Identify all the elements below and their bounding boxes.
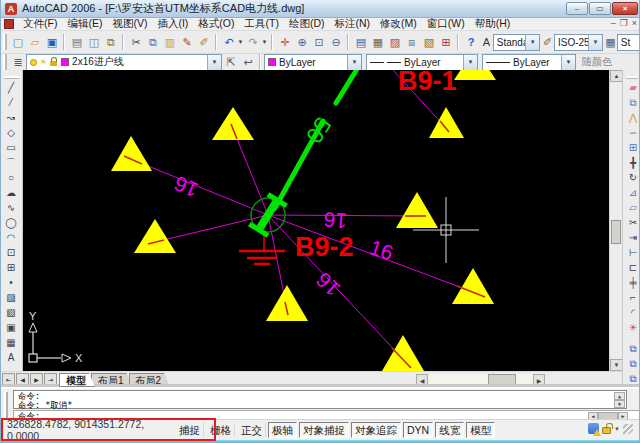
publish-icon[interactable]: ⧉ (103, 34, 119, 51)
communication-center-icon[interactable] (588, 423, 599, 434)
lineweight-combo[interactable]: ByLayer ▼ (482, 54, 576, 71)
copy-clip-icon[interactable]: ⧉ (145, 34, 161, 51)
chevron-down-icon[interactable]: ▼ (525, 35, 539, 50)
make-block-icon[interactable]: ⊞ (2, 260, 20, 275)
region-icon[interactable]: ▣ (2, 320, 20, 335)
cut-icon[interactable]: ✂ (128, 34, 144, 51)
chevron-down-icon[interactable]: ▼ (614, 426, 620, 432)
layer-on-icon[interactable] (30, 59, 37, 66)
canvas-horizontal-scrollbar[interactable]: ◀ ▶ (416, 374, 545, 386)
menu-item-文件[interactable]: 文件(F) (18, 17, 62, 31)
pole-label-b9-1[interactable]: B9-1 (398, 70, 457, 96)
scroll-left-icon[interactable]: ◀ (416, 374, 428, 386)
layer-color-swatch[interactable] (61, 58, 69, 66)
toolbar-grip[interactable] (3, 54, 7, 70)
arc-icon[interactable]: ⌒ (2, 155, 20, 170)
markup-set-manager-icon[interactable]: ▧ (421, 34, 437, 51)
horizontal-scroll-thumb[interactable] (488, 374, 516, 386)
new-icon[interactable]: ▢ (10, 34, 26, 51)
sheet-set-manager-icon[interactable]: ⧈ (404, 34, 420, 51)
ellipse-icon[interactable]: ◯ (2, 215, 20, 230)
wire-size-label[interactable]: 16 (323, 208, 348, 233)
properties-icon[interactable]: ▤ (353, 34, 369, 51)
close-button[interactable]: × (612, 2, 638, 15)
scroll-down-icon[interactable]: ▼ (614, 400, 625, 408)
status-toggle-栅格[interactable]: 栅格 (206, 422, 235, 438)
tab-布局1[interactable]: 布局1 (91, 373, 133, 387)
layer-thaw-icon[interactable]: ☀ (39, 59, 47, 66)
join-icon[interactable]: ╪ (624, 275, 640, 290)
layer-properties-manager-icon[interactable]: ≣ (10, 54, 26, 71)
text-style-icon[interactable]: A (480, 34, 493, 51)
toolbar-grip[interactable] (4, 72, 19, 78)
paste-icon[interactable]: ▥ (162, 34, 178, 51)
linetype-combo[interactable]: ByLayer ▼ (366, 54, 478, 71)
zoom-window-icon[interactable]: ⊡ (311, 34, 327, 51)
extend-icon[interactable]: ⇥ (624, 230, 640, 245)
triangle-marker[interactable] (454, 70, 496, 80)
layer-previous-icon[interactable]: ↩ (240, 54, 256, 71)
status-toggle-DYN[interactable]: DYN (403, 422, 433, 438)
redo-icon[interactable]: ↷ (245, 34, 261, 51)
status-toggle-正交[interactable]: 正交 (237, 422, 266, 438)
hatch-icon[interactable]: ▨ (2, 290, 20, 305)
undo-icon[interactable]: ↶ (221, 34, 237, 51)
status-toggle-对象捕捉[interactable]: 对象捕捉 (299, 422, 349, 438)
mdi-document-icon[interactable] (4, 19, 14, 29)
array-icon[interactable]: ⊞ (624, 140, 640, 155)
table-icon[interactable]: ▦ (2, 335, 20, 350)
vertical-scroll-thumb[interactable] (611, 220, 621, 244)
ellipse-arc-icon[interactable]: ◠ (2, 230, 20, 245)
toolbar-grip[interactable] (3, 34, 7, 50)
table-style-combo[interactable]: St (617, 34, 640, 51)
text-style-combo[interactable]: Standard ▼ (493, 34, 540, 51)
chevron-down-icon[interactable]: ▼ (588, 35, 602, 50)
coordinate-readout[interactable]: 326828.4782, 9014351.2772, 0.0000 (1, 418, 161, 442)
table-style-icon[interactable]: ▦ (604, 34, 617, 51)
break-at-point-icon[interactable]: ⊢ (624, 245, 640, 260)
tab-nav-prev-icon[interactable]: ◀ (16, 373, 29, 386)
dim-style-icon[interactable]: ✐ (541, 34, 554, 51)
scroll-up-icon[interactable]: ▲ (614, 392, 625, 400)
mtext-icon[interactable]: A (2, 350, 20, 365)
polygon-icon[interactable]: ◇ (2, 125, 20, 140)
toolbar-grip[interactable] (626, 72, 638, 78)
stretch-icon[interactable]: ▱ (624, 200, 640, 215)
toolbar-lock-icon[interactable] (602, 427, 611, 434)
status-toggle-捕捉[interactable]: 捕捉 (175, 422, 204, 438)
open-icon[interactable]: ▱ (27, 34, 43, 51)
trim-icon[interactable]: ✂ (624, 215, 640, 230)
pan-realtime-icon[interactable]: ✛ (277, 34, 293, 51)
plot-preview-icon[interactable]: ◫ (86, 34, 102, 51)
menu-item-插入[interactable]: 插入(I) (152, 17, 193, 31)
erase-icon[interactable]: ▰ (624, 80, 640, 95)
help-icon[interactable]: ? (463, 34, 479, 51)
save-icon[interactable]: ▣ (44, 34, 60, 51)
chevron-down-icon[interactable]: ▼ (237, 39, 244, 45)
status-toggle-线宽[interactable]: 线宽 (435, 422, 464, 438)
menu-item-编辑[interactable]: 编辑(E) (62, 17, 107, 31)
mirror-icon[interactable]: ⋀ (624, 110, 640, 125)
command-history-scrollbar[interactable]: ▲ ▼ (614, 392, 625, 409)
chevron-down-icon[interactable]: ▼ (561, 55, 575, 70)
block-editor-icon[interactable]: ✐ (196, 34, 212, 51)
explode-icon[interactable]: ☀ (624, 320, 640, 335)
draworder-send-to-back-icon[interactable]: ⧉ (624, 356, 640, 371)
status-toggle-极轴[interactable]: 极轴 (268, 422, 297, 438)
quickcalc-icon[interactable]: ⊞ (438, 34, 454, 51)
chevron-down-icon[interactable]: ▼ (463, 55, 477, 70)
rotate-icon[interactable]: ↻ (624, 170, 640, 185)
tab-nav-last-icon[interactable]: ⇥ (44, 373, 57, 386)
restore-button[interactable]: ▭ (589, 2, 611, 15)
tool-palettes-icon[interactable]: ▨ (387, 34, 403, 51)
spline-icon[interactable]: ∿ (2, 200, 20, 215)
mdi-restore-button[interactable]: ❐ (620, 18, 628, 28)
tab-nav-next-icon[interactable]: ▶ (30, 373, 43, 386)
move-icon[interactable]: ╋ (624, 155, 640, 170)
zoom-previous-icon[interactable]: ⊖ (328, 34, 344, 51)
plot-icon[interactable]: ▤ (69, 34, 85, 51)
scroll-right-icon[interactable]: ▶ (533, 374, 545, 386)
menu-item-帮助[interactable]: 帮助(H) (470, 17, 516, 31)
drawing-canvas[interactable]: B9-1B9-25016161616YX (23, 70, 609, 371)
construction-line-icon[interactable]: ⁄ (2, 95, 20, 110)
